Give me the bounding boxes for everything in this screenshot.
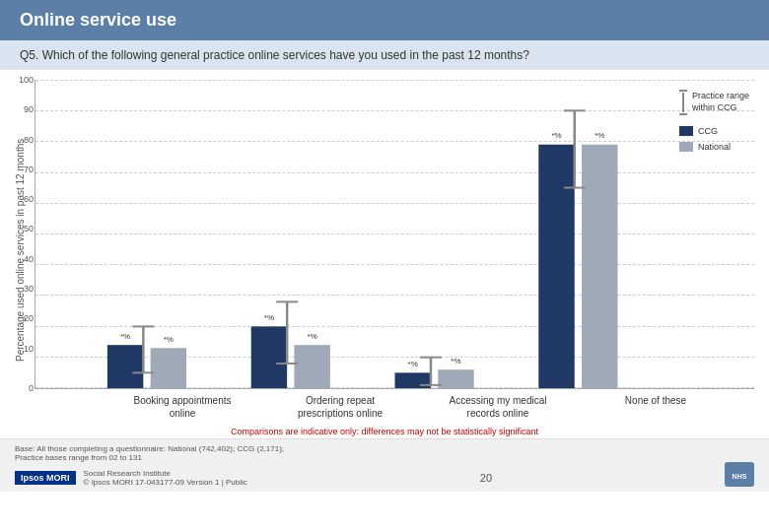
legend: Practice rangewithin CCG CCG National [679, 90, 749, 152]
bars-svg: *% *% *% *% [35, 80, 754, 388]
y-tick-80: 80 [6, 135, 34, 145]
bar-label-records-ccg: *% [408, 360, 418, 368]
bar-label-ordering-national: *% [308, 332, 317, 341]
ipsos-mori-logo: Ipsos MORI [15, 471, 76, 485]
footer-logo: Ipsos MORI Social Research Institute © I… [15, 469, 247, 487]
y-tick-10: 10 [6, 344, 34, 354]
x-axis-labels: Booking appointmentsonline Ordering repe… [54, 389, 754, 420]
bar-booking-ccg [107, 345, 143, 388]
legend-ccg: CCG [679, 126, 749, 136]
chart-area: Percentage used online services in past … [0, 70, 769, 425]
svg-text:NHS: NHS [733, 473, 747, 480]
x-label-none: None of these [606, 394, 705, 420]
y-tick-0: 0 [6, 383, 34, 393]
bar-booking-national [151, 348, 186, 388]
legend-national-color [679, 142, 693, 152]
legend-ccg-color [679, 126, 693, 136]
legend-national: National [679, 142, 749, 152]
y-tick-90: 90 [6, 104, 34, 114]
bar-label-ordering-ccg: *% [264, 313, 274, 322]
footer-base: Base: All those completing a questionnai… [15, 444, 754, 462]
bar-ordering-national [294, 345, 329, 388]
question-text: Q5. Which of the following general pract… [20, 48, 529, 62]
chart-inner: 100 90 80 70 60 50 40 30 20 10 0 *% [35, 80, 754, 420]
x-label-booking: Booking appointmentsonline [133, 394, 232, 420]
bar-label-booking-ccg: *% [120, 332, 130, 341]
bar-none-ccg [538, 145, 574, 388]
y-tick-labels: 100 90 80 70 60 50 40 30 20 10 0 [6, 80, 34, 388]
page-number: 20 [480, 469, 492, 487]
legend-ccg-label: CCG [698, 126, 718, 136]
bar-label-none-national: *% [594, 131, 604, 140]
y-tick-30: 30 [6, 284, 34, 294]
header: Online service use [0, 0, 769, 40]
comparisons-note: Comparisons are indicative only: differe… [0, 425, 769, 438]
grid-and-bars: 100 90 80 70 60 50 40 30 20 10 0 *% [35, 80, 754, 389]
bar-records-national [438, 369, 473, 388]
footer-bottom: Ipsos MORI Social Research Institute © I… [15, 462, 754, 487]
bar-label-none-ccg: *% [551, 131, 561, 140]
question-bar: Q5. Which of the following general pract… [0, 40, 769, 70]
pr-cap-top [679, 90, 687, 92]
practice-range-legend-item: Practice rangewithin CCG [679, 90, 749, 115]
x-label-records: Accessing my medicalrecords online [449, 394, 547, 420]
bar-label-booking-national: *% [164, 335, 174, 344]
right-logo: NHS [725, 462, 754, 487]
footer: Base: All those completing a questionnai… [0, 438, 769, 492]
practice-range-label: Practice rangewithin CCG [692, 91, 749, 113]
bar-none-national [582, 145, 617, 388]
bar-ordering-ccg [251, 326, 287, 388]
bar-label-records-national: *% [451, 357, 460, 366]
y-tick-60: 60 [6, 194, 34, 204]
practice-range-icon [679, 90, 687, 115]
base-text2: Practice bases range from 02 to 131 [15, 453, 142, 462]
y-tick-20: 20 [6, 313, 34, 323]
pr-cap-bottom [679, 113, 687, 115]
legend-national-label: National [698, 142, 731, 152]
pr-line [682, 93, 684, 112]
y-tick-50: 50 [6, 224, 34, 233]
nhs-logo-icon: NHS [730, 465, 749, 485]
base-text: Base: All those completing a questionnai… [15, 444, 284, 453]
y-tick-100: 100 [6, 75, 34, 85]
x-label-ordering: Ordering repeatprescriptions online [291, 394, 389, 420]
header-title: Online service use [20, 10, 176, 30]
footer-sub-info: Social Research Institute © Ipsos MORI 1… [84, 469, 247, 487]
y-tick-40: 40 [6, 254, 34, 264]
y-tick-70: 70 [6, 165, 34, 174]
